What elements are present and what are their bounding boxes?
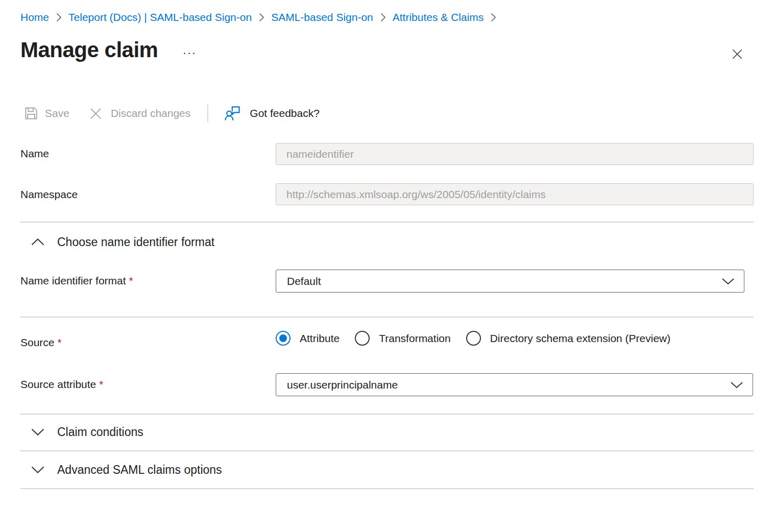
feedback-person-icon [224,105,241,122]
toolbar-divider [207,105,208,122]
label-text: Source [20,336,55,348]
radio-label: Attribute [300,332,340,345]
section-divider [20,488,754,489]
section-divider [20,222,754,223]
chevron-down-icon [20,428,46,436]
source-attribute-label: Source attribute* [20,378,103,391]
page-title: Manage claim [20,38,158,62]
got-feedback-button[interactable]: Got feedback? [224,105,320,122]
manage-claim-panel: Home Teleport (Docs) | SAML-based Sign-o… [0,0,774,532]
chevron-down-icon [721,278,735,285]
radio-button[interactable] [276,331,291,346]
chevron-right-icon [258,12,264,22]
chevron-right-icon [380,12,386,22]
section-title: Claim conditions [57,425,143,439]
save-button-label: Save [45,107,69,119]
section-claim-conditions[interactable]: Claim conditions [20,421,143,443]
section-title: Choose name identifier format [57,235,214,249]
discard-changes-label: Discard changes [111,107,190,119]
chevron-right-icon [490,12,496,22]
label-text: Name identifier format [20,275,126,286]
breadcrumb: Home Teleport (Docs) | SAML-based Sign-o… [20,11,496,23]
section-advanced-saml-claims-options[interactable]: Advanced SAML claims options [20,458,222,481]
discard-x-icon [89,107,103,120]
name-field-label: Name [20,148,49,160]
name-identifier-format-dropdown[interactable]: Default [276,270,744,293]
name-input[interactable] [276,143,754,165]
required-asterisk: * [58,336,62,348]
discard-changes-button[interactable]: Discard changes [89,107,190,120]
radio-label: Directory schema extension (Preview) [490,332,671,345]
save-icon [23,106,39,121]
chevron-up-icon [20,238,46,246]
section-divider [20,317,754,318]
required-asterisk: * [129,275,133,286]
breadcrumb-saml-signon[interactable]: SAML-based Sign-on [271,11,373,23]
dropdown-value: user.userprincipalname [287,379,398,391]
breadcrumb-app[interactable]: Teleport (Docs) | SAML-based Sign-on [68,11,252,23]
section-choose-name-identifier-format[interactable]: Choose name identifier format [20,231,214,253]
chevron-down-icon [730,381,743,389]
section-title: Advanced SAML claims options [57,463,222,477]
namespace-field-label: Namespace [20,188,78,201]
radio-option-directory-schema-extension[interactable]: Directory schema extension (Preview) [466,331,671,346]
source-attribute-dropdown[interactable]: user.userprincipalname [276,373,753,396]
radio-button[interactable] [355,331,370,346]
command-bar: Save Discard changes Got feedback? [23,101,320,126]
namespace-input[interactable] [276,183,754,205]
radio-option-attribute[interactable]: Attribute [276,331,340,346]
source-radio-group: Attribute Transformation Directory schem… [276,331,670,346]
dropdown-value: Default [287,275,321,287]
chevron-right-icon [56,12,62,22]
save-button[interactable]: Save [23,106,69,121]
got-feedback-label: Got feedback? [250,107,320,119]
breadcrumb-attributes-claims[interactable]: Attributes & Claims [393,11,484,23]
more-options-button[interactable]: ··· [182,46,196,59]
radio-option-transformation[interactable]: Transformation [355,331,450,346]
chevron-down-icon [20,466,46,474]
close-icon [731,47,744,61]
source-label: Source* [20,336,62,349]
breadcrumb-home[interactable]: Home [20,11,49,23]
section-divider [20,414,754,415]
label-text: Source attribute [20,378,96,390]
radio-button[interactable] [466,331,481,346]
radio-label: Transformation [379,332,450,345]
close-button[interactable] [727,44,747,64]
required-asterisk: * [99,378,103,390]
name-identifier-format-label: Name identifier format* [20,275,133,287]
section-divider [20,450,754,451]
